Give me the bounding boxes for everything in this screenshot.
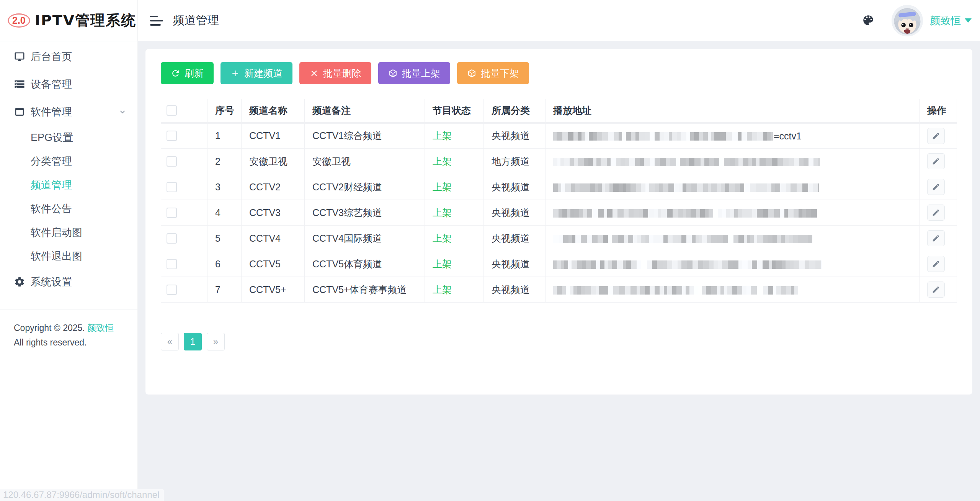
channel-index-cell: 4 bbox=[207, 200, 242, 226]
channel-name-cell: CCTV1 bbox=[242, 123, 305, 149]
row-checkbox[interactable] bbox=[167, 182, 177, 192]
avatar[interactable] bbox=[892, 5, 923, 36]
pagination-next-button[interactable]: » bbox=[207, 333, 225, 350]
masked-url bbox=[553, 260, 822, 269]
toolbar: 刷新新建频道批量删除批量上架批量下架 bbox=[161, 62, 957, 84]
masked-url bbox=[553, 132, 773, 141]
create-channel-button[interactable]: 新建频道 bbox=[220, 62, 292, 84]
edit-button[interactable] bbox=[927, 256, 945, 272]
pencil-icon bbox=[932, 132, 940, 140]
table-row: 5CCTV4CCTV4国际频道上架央视频道 bbox=[161, 226, 957, 251]
button-label: 批量下架 bbox=[481, 67, 519, 80]
pencil-icon bbox=[932, 285, 940, 294]
status-on-link[interactable]: 上架 bbox=[433, 207, 452, 218]
table-row: 1CCTV1CCTV1综合频道上架央视频道=cctv1 bbox=[161, 123, 957, 149]
page-title: 频道管理 bbox=[173, 13, 219, 28]
status-on-link[interactable]: 上架 bbox=[433, 284, 452, 295]
channel-url-cell bbox=[546, 174, 920, 200]
channel-category-cell: 央视频道 bbox=[484, 226, 546, 251]
table-header-row: 序号 频道名称 频道备注 节目状态 所属分类 播放地址 操作 bbox=[161, 99, 957, 123]
batch-off-button[interactable]: 批量下架 bbox=[457, 62, 529, 84]
server-icon bbox=[14, 79, 25, 90]
masked-url bbox=[553, 158, 820, 166]
status-on-link[interactable]: 上架 bbox=[433, 130, 452, 141]
sidebar-subitem-channel[interactable]: 频道管理 bbox=[0, 173, 137, 197]
sidebar-item-software[interactable]: 软件管理 bbox=[0, 98, 137, 126]
url-visible-text: =cctv1 bbox=[774, 131, 802, 141]
sidebar-subitem-announcement[interactable]: 软件公告 bbox=[0, 197, 137, 221]
row-checkbox[interactable] bbox=[167, 285, 177, 295]
pagination-page-1-button[interactable]: 1 bbox=[184, 333, 202, 350]
sidebar-item-devices[interactable]: 设备管理 bbox=[0, 70, 137, 98]
pagination-prev-button[interactable]: « bbox=[161, 333, 179, 350]
channel-index-cell: 1 bbox=[207, 123, 242, 149]
channel-url-cell: =cctv1 bbox=[546, 123, 920, 149]
channel-category-cell: 地方频道 bbox=[484, 149, 546, 174]
sidebar-subitem-exit[interactable]: 软件退出图 bbox=[0, 244, 137, 268]
channel-note-cell: CCTV3综艺频道 bbox=[305, 200, 425, 226]
sidebar-subitem-epg[interactable]: EPG设置 bbox=[0, 126, 137, 149]
edit-button[interactable] bbox=[927, 128, 945, 144]
channel-note-cell: 安徽卫视 bbox=[305, 149, 425, 174]
caret-down-icon bbox=[965, 18, 972, 23]
edit-button[interactable] bbox=[927, 179, 945, 195]
channel-category-cell: 央视频道 bbox=[484, 277, 546, 303]
edit-button[interactable] bbox=[927, 282, 945, 298]
select-all-checkbox[interactable] bbox=[167, 105, 177, 116]
pencil-icon bbox=[932, 157, 940, 165]
edit-button[interactable] bbox=[927, 205, 945, 221]
app-window: 2.0 IPTV管理系统 后台首页 设备管理 软件管理 bbox=[0, 0, 980, 501]
sidebar-item-dashboard[interactable]: 后台首页 bbox=[0, 43, 137, 70]
col-header-status: 节目状态 bbox=[425, 99, 484, 123]
col-header-note: 频道备注 bbox=[305, 99, 425, 123]
status-on-link[interactable]: 上架 bbox=[433, 156, 452, 167]
edit-button[interactable] bbox=[927, 230, 945, 246]
status-on-link[interactable]: 上架 bbox=[433, 233, 452, 244]
channel-name-cell: CCTV4 bbox=[242, 226, 305, 251]
edit-button[interactable] bbox=[927, 153, 945, 169]
logo: 2.0 IPTV管理系统 bbox=[0, 0, 137, 41]
username[interactable]: 颜致恒 bbox=[930, 14, 961, 28]
sidebar-item-label: 软件管理 bbox=[31, 105, 72, 119]
sidebar-item-settings[interactable]: 系统设置 bbox=[0, 268, 137, 296]
channel-index-cell: 5 bbox=[207, 226, 242, 251]
row-checkbox[interactable] bbox=[167, 233, 177, 244]
channel-category-cell: 央视频道 bbox=[484, 251, 546, 277]
masked-url bbox=[553, 235, 812, 243]
sidebar: 2.0 IPTV管理系统 后台首页 设备管理 软件管理 bbox=[0, 0, 138, 501]
topbar: 频道管理 bbox=[138, 0, 980, 41]
channel-name-cell: CCTV3 bbox=[242, 200, 305, 226]
main-area: 频道管理 bbox=[138, 0, 980, 501]
row-checkbox[interactable] bbox=[167, 259, 177, 269]
sidebar-subitem-category[interactable]: 分类管理 bbox=[0, 149, 137, 173]
table-row: 7CCTV5+CCTV5+体育赛事频道上架央视频道 bbox=[161, 277, 957, 303]
table-row: 6CCTV5CCTV5体育频道上架央视频道 bbox=[161, 251, 957, 277]
button-label: 新建频道 bbox=[244, 67, 283, 80]
topbar-right: 颜致恒 bbox=[862, 5, 972, 36]
status-on-link[interactable]: 上架 bbox=[433, 182, 452, 192]
sidebar-subitem-splash[interactable]: 软件启动图 bbox=[0, 221, 137, 244]
channel-table: 序号 频道名称 频道备注 节目状态 所属分类 播放地址 操作 1CCTV1CCT… bbox=[161, 99, 957, 303]
row-checkbox[interactable] bbox=[167, 131, 177, 141]
copyright-owner-link[interactable]: 颜致恒 bbox=[87, 323, 114, 333]
refresh-button[interactable]: 刷新 bbox=[161, 62, 214, 84]
batch-on-button[interactable]: 批量上架 bbox=[378, 62, 450, 84]
menu-toggle-icon[interactable] bbox=[149, 13, 164, 28]
copyright-prefix: Copyright © 2025. bbox=[14, 323, 85, 333]
pencil-icon bbox=[932, 183, 940, 191]
channel-card: 刷新新建频道批量删除批量上架批量下架 序号 频道名称 频道备 bbox=[145, 49, 972, 395]
button-label: 刷新 bbox=[185, 67, 204, 80]
row-checkbox[interactable] bbox=[167, 156, 177, 167]
theme-palette-icon[interactable] bbox=[862, 14, 875, 28]
channel-note-cell: CCTV5体育频道 bbox=[305, 251, 425, 277]
channel-url-cell bbox=[546, 251, 920, 277]
window-icon bbox=[14, 106, 25, 118]
col-header-actions: 操作 bbox=[920, 99, 957, 123]
status-on-link[interactable]: 上架 bbox=[433, 259, 452, 269]
logo-title: IPTV管理系统 bbox=[35, 11, 136, 30]
channel-name-cell: CCTV5+ bbox=[242, 277, 305, 303]
row-checkbox[interactable] bbox=[167, 208, 177, 218]
batch-delete-button[interactable]: 批量删除 bbox=[299, 62, 371, 84]
box-icon bbox=[467, 69, 477, 78]
channel-note-cell: CCTV2财经频道 bbox=[305, 174, 425, 200]
